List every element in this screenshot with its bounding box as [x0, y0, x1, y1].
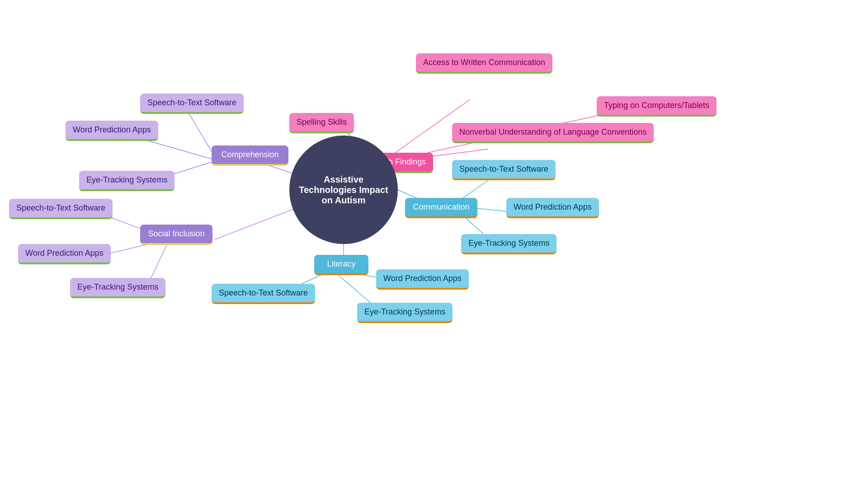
comm-eye-node[interactable]: Eye-Tracking Systems: [461, 234, 557, 254]
comm-speech-label: Speech-to-Text Software: [459, 164, 548, 174]
literacy-label: Literacy: [327, 259, 355, 269]
social-word-label: Word Prediction Apps: [25, 249, 104, 258]
comm-word-node[interactable]: Word Prediction Apps: [506, 198, 599, 218]
res-typing-node[interactable]: Typing on Computers/Tablets: [597, 96, 717, 117]
lit-word-node[interactable]: Word Prediction Apps: [376, 269, 469, 290]
lit-speech-node[interactable]: Speech-to-Text Software: [212, 284, 315, 304]
res-nonverbal-label: Nonverbal Understanding of Language Conv…: [459, 127, 646, 137]
res-spelling-node[interactable]: Spelling Skills: [289, 113, 354, 133]
comm-word-label: Word Prediction Apps: [514, 202, 592, 212]
comp-word-node[interactable]: Word Prediction Apps: [66, 121, 158, 141]
comprehension-node[interactable]: Comprehension: [212, 145, 288, 166]
lit-eye-node[interactable]: Eye-Tracking Systems: [357, 303, 453, 323]
social-speech-node[interactable]: Speech-to-Text Software: [9, 199, 113, 219]
comp-eye-label: Eye-Tracking Systems: [86, 175, 167, 185]
social-eye-label: Eye-Tracking Systems: [77, 282, 158, 292]
social-node[interactable]: Social Inclusion: [140, 225, 212, 245]
res-spelling-label: Spelling Skills: [297, 117, 347, 127]
comp-speech-label: Speech-to-Text Software: [147, 98, 236, 108]
res-access-label: Access to Written Communication: [423, 58, 545, 67]
social-label: Social Inclusion: [148, 229, 204, 239]
comm-eye-label: Eye-Tracking Systems: [468, 239, 549, 248]
comp-speech-node[interactable]: Speech-to-Text Software: [140, 94, 244, 114]
literacy-node[interactable]: Literacy: [314, 255, 368, 275]
res-access-node[interactable]: Access to Written Communication: [416, 53, 552, 74]
lit-word-label: Word Prediction Apps: [383, 274, 462, 283]
center-label: Assistive Technologies Impact on Autism: [298, 174, 389, 206]
social-word-node[interactable]: Word Prediction Apps: [18, 244, 111, 264]
comprehension-label: Comprehension: [221, 150, 278, 160]
comp-eye-node[interactable]: Eye-Tracking Systems: [79, 171, 175, 191]
social-speech-label: Speech-to-Text Software: [16, 203, 105, 213]
communication-label: Communication: [413, 202, 469, 212]
lit-eye-label: Eye-Tracking Systems: [364, 307, 445, 317]
communication-node[interactable]: Communication: [405, 198, 477, 218]
lit-speech-label: Speech-to-Text Software: [219, 288, 308, 298]
center-node: Assistive Technologies Impact on Autism: [289, 136, 398, 244]
res-typing-label: Typing on Computers/Tablets: [604, 101, 709, 110]
social-eye-node[interactable]: Eye-Tracking Systems: [70, 278, 165, 298]
comp-word-label: Word Prediction Apps: [73, 125, 151, 135]
res-nonverbal-node[interactable]: Nonverbal Understanding of Language Conv…: [452, 123, 654, 143]
comm-speech-node[interactable]: Speech-to-Text Software: [452, 160, 556, 180]
